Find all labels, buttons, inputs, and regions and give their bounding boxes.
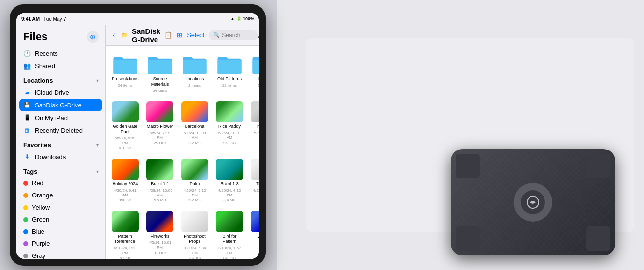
- file-thumbnail: [146, 159, 173, 180]
- file-thumbnail: [181, 159, 208, 180]
- search-box[interactable]: 🔍 🎤: [209, 30, 258, 40]
- locations-header-label: Locations: [23, 77, 53, 84]
- folder-item[interactable]: Old Patterns 22 items: [214, 52, 245, 95]
- sidebar-item-recently-deleted[interactable]: 🗑 Recently Deleted: [16, 124, 105, 136]
- file-thumbnail: [216, 211, 243, 232]
- sidebar-title-row: Files ⊕: [16, 29, 105, 47]
- folder-icon: [146, 54, 173, 75]
- icloud-label: iCloud Drive: [35, 89, 69, 96]
- add-button[interactable]: ⊕: [87, 31, 99, 43]
- hdd-device: [451, 149, 615, 255]
- file-meta: 5/2/24, 10:01 AM953 KB: [216, 131, 243, 146]
- sidebar-item-tag-purple[interactable]: Purple: [16, 238, 105, 250]
- sidebar-item-tag-red[interactable]: Red: [16, 177, 105, 189]
- sandisk-label: SanDisk G-Drive: [35, 102, 82, 109]
- sidebar-item-recents[interactable]: 🕐 Recents: [16, 47, 105, 60]
- downloads-label: Downloads: [35, 153, 66, 161]
- file-meta: 4/10/24, 1:23 PM51 KB: [112, 246, 139, 259]
- tag-dot: [23, 229, 28, 234]
- file-item[interactable]: Barcelona 5/2/24, 10:03 AM3.2 MB: [179, 99, 210, 153]
- folder-item[interactable]: Drafts 3 items: [249, 52, 259, 95]
- tag-label: Yellow: [32, 204, 50, 211]
- tags-chevron-icon[interactable]: ▾: [96, 169, 99, 174]
- file-item[interactable]: Brazil 1.3 4/25/24, 4:12 PM3.4 MB: [214, 157, 245, 205]
- file-grid: Presentations 24 items Source Materials …: [106, 46, 259, 259]
- sidebar-item-shared[interactable]: 👥 Shared: [16, 60, 105, 72]
- ipad-screen: 9:41 AM Tue May 7 ▲ 🔋 100% Files ⊕ 🕐 R: [16, 13, 259, 259]
- select-button[interactable]: Select: [187, 31, 204, 39]
- folder-item[interactable]: Source Materials 54 items: [144, 52, 175, 95]
- sidebar-tags-header: Tags ▾: [16, 163, 105, 177]
- app-content: Files ⊕ 🕐 Recents 👥 Shared Locations ▾: [16, 25, 259, 259]
- file-item[interactable]: Golden Gate Park 5/5/24, 9:39 PM610 KB: [110, 99, 141, 153]
- sandisk-logo-icon: [526, 195, 540, 209]
- folder-view-button[interactable]: 📋: [164, 31, 172, 39]
- hdd-corner-br: [586, 226, 610, 251]
- status-bar: 9:41 AM Tue May 7 ▲ 🔋 100%: [16, 13, 259, 25]
- file-name: Rice Paddy: [218, 124, 241, 129]
- back-button[interactable]: ‹: [111, 28, 117, 42]
- status-right: ▲ 🔋 100%: [230, 16, 254, 21]
- folder-icon: [216, 54, 243, 75]
- shared-label: Shared: [35, 62, 55, 70]
- sidebar-item-sandisk[interactable]: 💾 SanDisk G-Drive: [19, 99, 102, 111]
- file-meta: 4/28/24, 10:05 AM5.5 MB: [146, 188, 173, 203]
- trash-icon: 🗑: [23, 126, 31, 134]
- file-name: Palm: [190, 181, 200, 187]
- main-area: ‹ 📁 SanDisk G-Drive 📋 ⊞ Select: [106, 25, 259, 259]
- app-title: Files: [23, 30, 47, 43]
- tag-label: Gray: [32, 252, 45, 259]
- file-item[interactable]: Brazil 1.1 4/28/24, 10:05 AM5.5 MB: [144, 157, 175, 205]
- sidebar-item-tag-yellow[interactable]: Yellow: [16, 201, 105, 213]
- file-meta: 4/30/24, 9:41 AM958 KB: [112, 188, 139, 203]
- file-item[interactable]: Rice Paddy 5/2/24, 10:01 AM953 KB: [214, 99, 245, 153]
- search-input[interactable]: [222, 32, 256, 39]
- sidebar-item-tag-orange[interactable]: Orange: [16, 189, 105, 201]
- file-name: Holiday 2024: [113, 181, 138, 187]
- sidebar-item-tag-green[interactable]: Green: [16, 213, 105, 225]
- folder-name: Source Materials: [146, 76, 173, 87]
- grid-view-button[interactable]: ⊞: [177, 31, 182, 39]
- locations-chevron-icon[interactable]: ▾: [96, 78, 99, 83]
- sidebar-item-tag-gray[interactable]: Gray: [16, 250, 105, 259]
- folder-item[interactable]: Presentations 24 items: [110, 52, 141, 95]
- folder-name: Locations: [186, 76, 204, 82]
- file-meta: 3/18/24, 1:57 PM849 KB: [216, 246, 243, 259]
- sidebar-item-on-my-ipad[interactable]: 📱 On My iPad: [16, 111, 105, 124]
- tag-label: Red: [32, 180, 43, 187]
- status-day: Tue May 7: [43, 16, 66, 22]
- file-item[interactable]: Holiday 2024 4/30/24, 9:41 AM958 KB: [110, 157, 141, 205]
- toolbar-actions: 📋 ⊞ Select 🔍 🎤: [164, 30, 258, 40]
- file-item[interactable]: Photoshoot Props 3/21/24, 5:34 PM287 KB: [179, 209, 210, 259]
- file-thumbnail: [112, 159, 139, 180]
- favorites-chevron-icon[interactable]: ▾: [96, 142, 99, 148]
- hdd-body: [451, 149, 615, 255]
- tag-label: Green: [32, 216, 49, 223]
- battery-percent: 100%: [243, 16, 254, 21]
- status-time: 9:41 AM: [21, 16, 40, 22]
- tag-dot: [23, 205, 28, 210]
- sandisk-icon: 💾: [23, 101, 31, 109]
- file-item[interactable]: Palm 4/26/24, 1:12 PM5.2 MB: [179, 157, 210, 205]
- file-item[interactable]: Wate...: [249, 209, 259, 259]
- shared-icon: 👥: [23, 62, 31, 70]
- file-thumbnail: [112, 101, 139, 122]
- file-item[interactable]: Pattern Reference 4/10/24, 1:23 PM51 KB: [110, 209, 141, 259]
- sidebar-item-downloads[interactable]: ⬇ Downloads: [16, 150, 105, 163]
- file-item[interactable]: Fireworks 4/5/24, 10:01 PM378 KB: [144, 209, 175, 259]
- file-item[interactable]: Macro Flower 5/5/24, 7:19 PM259 KB: [144, 99, 175, 153]
- sidebar-item-icloud[interactable]: ☁ iCloud Drive: [16, 86, 105, 99]
- folder-meta: 3 items: [258, 83, 259, 88]
- file-thumbnail: [181, 211, 208, 232]
- file-item[interactable]: Timeline 4/23/24, 1:24 PM5 MB: [249, 157, 259, 205]
- hdd-logo: [514, 183, 552, 222]
- folder-item[interactable]: Locations 2 items: [179, 52, 210, 95]
- sidebar-favorites-header: Favorites ▾: [16, 136, 105, 150]
- file-meta: 5/5/24, 7:19 PM259 KB: [146, 131, 173, 146]
- file-meta: 5/5/24, 9:39 PM610 KB: [112, 136, 139, 151]
- file-item[interactable]: InSitu_2 5/2/24, 9:45 AM5 MB: [249, 99, 259, 153]
- tag-dot: [23, 241, 28, 246]
- sidebar-item-tag-blue[interactable]: Blue: [16, 225, 105, 238]
- file-item[interactable]: Bird for Pattern 3/18/24, 1:57 PM849 KB: [214, 209, 245, 259]
- sidebar: Files ⊕ 🕐 Recents 👥 Shared Locations ▾: [16, 25, 106, 259]
